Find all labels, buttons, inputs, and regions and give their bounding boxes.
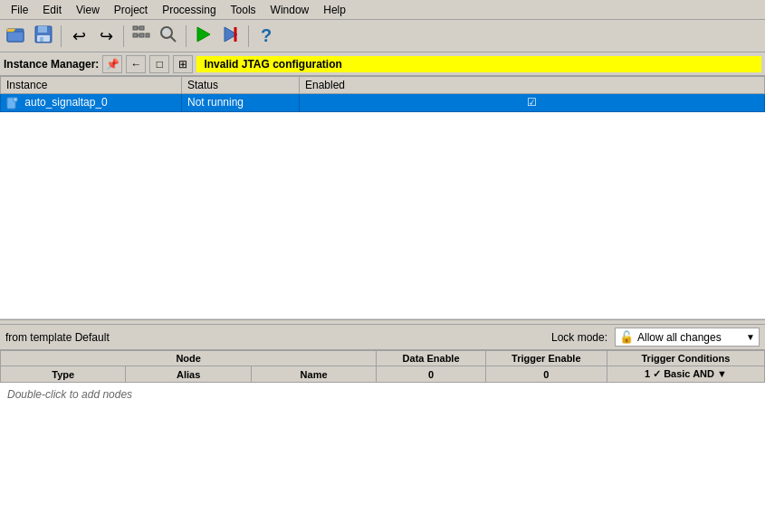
trigger-enable-value-header: 0: [485, 366, 607, 383]
svg-marker-17: [197, 27, 210, 42]
trigger-type-dropdown[interactable]: Basic AND ▼: [664, 368, 727, 379]
menu-bar: File Edit View Project Processing Tools …: [0, 0, 765, 20]
file-icon: [6, 96, 24, 109]
empty-area: [0, 112, 765, 320]
hierarchy-icon: [131, 24, 151, 48]
open-project-button[interactable]: [4, 24, 29, 49]
instance-back-button[interactable]: ←: [126, 55, 146, 73]
pin-icon: 📌: [106, 58, 120, 71]
dropdown-arrow-icon: ▼: [746, 332, 755, 342]
trigger-conditions-value-header: 1 ✓ Basic AND ▼: [607, 366, 764, 383]
separator-1: [61, 25, 62, 47]
trigger-dropdown-arrow: ▼: [717, 368, 727, 379]
add-nodes-hint: Double-click to add nodes: [0, 383, 765, 406]
help-button[interactable]: ?: [253, 24, 279, 49]
menu-processing[interactable]: Processing: [155, 2, 223, 18]
start-button[interactable]: [191, 24, 216, 49]
grid-icon: ⊞: [178, 58, 187, 71]
type-subheader: Type: [1, 366, 126, 383]
instance-name-cell: auto_signaltap_0: [1, 94, 182, 112]
trigger-enable-header: Trigger Enable: [485, 351, 607, 366]
menu-window[interactable]: Window: [263, 2, 317, 18]
col-instance: Instance: [1, 77, 182, 94]
instance-pin-button[interactable]: 📌: [102, 55, 122, 73]
col-status: Status: [182, 77, 300, 94]
enabled-checkbox[interactable]: ☑: [527, 96, 537, 109]
back-icon: ←: [130, 58, 141, 71]
undo-icon: ↩: [72, 26, 86, 46]
separator-4: [248, 25, 249, 47]
save-icon: [33, 24, 53, 48]
save-button[interactable]: [31, 24, 56, 49]
start-icon: [194, 24, 214, 48]
svg-rect-1: [7, 32, 24, 42]
trigger-conditions-header: Trigger Conditions: [607, 351, 764, 366]
instance-manager-label: Instance Manager:: [4, 58, 99, 71]
menu-edit[interactable]: Edit: [35, 2, 69, 18]
instance-grid-button[interactable]: ⊞: [173, 55, 193, 73]
help-icon: ?: [261, 25, 272, 46]
find-icon: [158, 24, 178, 48]
menu-project[interactable]: Project: [107, 2, 155, 18]
bottom-panel: from template Default Lock mode: 🔓 Allow…: [0, 325, 765, 532]
alias-subheader: Alias: [126, 366, 251, 383]
hierarchy-button[interactable]: [129, 24, 154, 49]
invalid-jtag-message: Invalid JTAG configuration: [196, 56, 761, 72]
main-area: Instance Status Enabled: [0, 76, 765, 532]
import-icon: [221, 24, 241, 48]
instance-square-button[interactable]: □: [149, 55, 169, 73]
svg-rect-10: [139, 33, 144, 37]
col-enabled: Enabled: [300, 77, 765, 94]
trigger-type-label: Basic AND: [664, 368, 714, 379]
trigger-count: 1 ✓: [645, 368, 661, 379]
name-subheader: Name: [251, 366, 376, 383]
import-button[interactable]: [218, 24, 244, 49]
node-table: Node Data Enable Trigger Enable Trigger …: [0, 350, 765, 383]
menu-help[interactable]: Help: [316, 2, 353, 18]
data-enable-value-header: 0: [377, 366, 486, 383]
open-project-icon: [6, 24, 26, 48]
menu-file[interactable]: File: [4, 2, 35, 18]
lock-mode-value: Allow all changes: [637, 331, 722, 344]
menu-view[interactable]: View: [69, 2, 107, 18]
instance-name: auto_signaltap_0: [24, 96, 107, 109]
menu-tools[interactable]: Tools: [224, 2, 263, 18]
svg-point-16: [164, 30, 167, 33]
separator-3: [186, 25, 186, 47]
redo-icon: ↪: [100, 26, 113, 46]
lock-mode-text: Lock mode:: [551, 331, 607, 344]
svg-rect-11: [146, 33, 149, 37]
lock-icon: 🔓: [619, 330, 634, 344]
instance-status: Not running: [182, 94, 300, 112]
instance-row[interactable]: auto_signaltap_0 Not running ☑: [1, 94, 765, 112]
instance-table-section: Instance Status Enabled: [0, 76, 765, 112]
lock-mode-bar: from template Default Lock mode: 🔓 Allow…: [0, 325, 765, 350]
node-col-header: Node: [1, 351, 377, 366]
square-icon: □: [157, 58, 163, 71]
svg-line-15: [170, 36, 176, 42]
svg-rect-4: [38, 26, 47, 33]
template-label: from template Default: [5, 331, 110, 344]
svg-rect-22: [14, 98, 17, 101]
lock-mode-dropdown[interactable]: 🔓 Allow all changes ▼: [615, 328, 760, 347]
node-list-area: Double-click to add nodes: [0, 383, 765, 532]
find-button[interactable]: [156, 24, 181, 49]
instance-manager-bar: Instance Manager: 📌 ← □ ⊞ Invalid JTAG c…: [0, 52, 765, 76]
separator-2: [123, 25, 124, 47]
toolbar: ↩ ↪: [0, 20, 765, 52]
redo-button[interactable]: ↪: [93, 24, 119, 49]
data-enable-header: Data Enable: [377, 351, 486, 366]
svg-rect-6: [40, 37, 43, 42]
undo-button[interactable]: ↩: [66, 24, 91, 49]
instance-enabled[interactable]: ☑: [300, 94, 765, 112]
svg-rect-8: [139, 26, 144, 30]
instance-table: Instance Status Enabled: [0, 76, 765, 112]
